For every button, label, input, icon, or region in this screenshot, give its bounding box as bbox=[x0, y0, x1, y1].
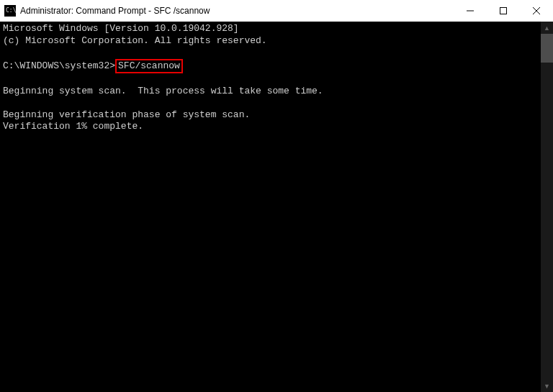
prompt-prefix: C:\WINDOWS\system32> bbox=[3, 60, 115, 71]
titlebar[interactable]: C:\ Administrator: Command Prompt - SFC … bbox=[0, 0, 553, 22]
terminal-output[interactable]: Microsoft Windows [Version 10.0.19042.92… bbox=[0, 22, 541, 392]
command-text: SFC/scannow bbox=[118, 60, 180, 71]
terminal-line: (c) Microsoft Corporation. All rights re… bbox=[3, 35, 267, 46]
window-controls bbox=[454, 0, 553, 22]
command-prompt-window: C:\ Administrator: Command Prompt - SFC … bbox=[0, 0, 553, 392]
vertical-scrollbar[interactable]: ▲ ▼ bbox=[541, 22, 553, 392]
cmd-icon: C:\ bbox=[4, 5, 16, 17]
maximize-button[interactable] bbox=[487, 0, 520, 22]
close-button[interactable] bbox=[520, 0, 553, 22]
svg-rect-1 bbox=[500, 8, 507, 14]
scrollbar-thumb[interactable] bbox=[541, 34, 553, 63]
terminal-area: Microsoft Windows [Version 10.0.19042.92… bbox=[0, 22, 553, 392]
window-title: Administrator: Command Prompt - SFC /sca… bbox=[20, 6, 454, 16]
maximize-icon bbox=[500, 7, 507, 14]
command-highlight: SFC/scannow bbox=[115, 59, 183, 74]
close-icon bbox=[533, 7, 540, 14]
terminal-line: Beginning system scan. This process will… bbox=[3, 86, 323, 96]
scroll-up-arrow-icon[interactable]: ▲ bbox=[541, 22, 553, 34]
terminal-line: Microsoft Windows [Version 10.0.19042.92… bbox=[3, 23, 239, 34]
minimize-icon bbox=[467, 7, 474, 14]
minimize-button[interactable] bbox=[454, 0, 487, 22]
terminal-line: Beginning verification phase of system s… bbox=[3, 109, 250, 120]
scroll-down-arrow-icon[interactable]: ▼ bbox=[541, 380, 553, 392]
terminal-line: Verification 1% complete. bbox=[3, 121, 143, 132]
